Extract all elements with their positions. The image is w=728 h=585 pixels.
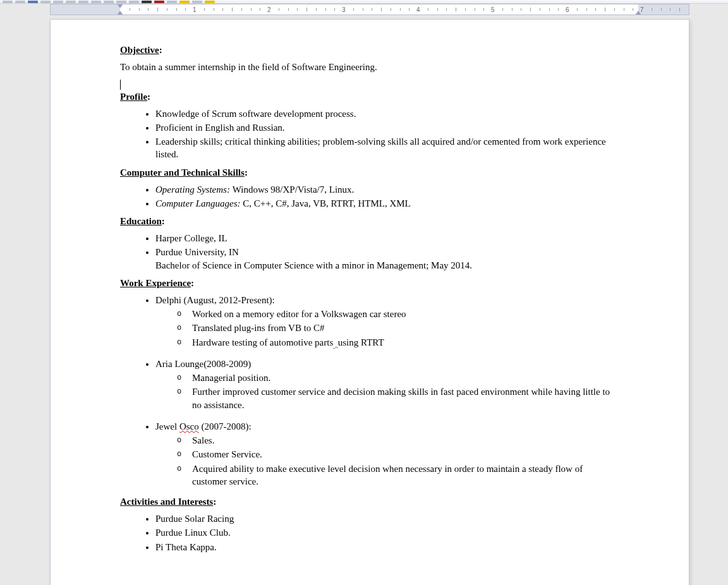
list-item: Computer Languages: C, C++, C#, Java, VB… xyxy=(155,197,619,210)
toolbar-button[interactable] xyxy=(28,1,38,3)
toolbar-button[interactable] xyxy=(66,1,76,3)
list-item: Leadership skills; critical thinking abi… xyxy=(155,135,619,161)
toolbar-button[interactable] xyxy=(91,1,101,3)
work-detail: Managerial position. xyxy=(174,371,619,384)
list-item: Proficient in English and Russian. xyxy=(155,121,619,134)
text-cursor-line xyxy=(120,77,619,90)
toolbar-button[interactable] xyxy=(167,1,177,3)
toolbar-button[interactable] xyxy=(78,1,88,3)
activities-list: Purdue Solar RacingPurdue Linux Club.Pi … xyxy=(120,512,619,553)
toolbar-button[interactable] xyxy=(15,1,25,3)
work-item: Aria Lounge(2008-2009)Managerial positio… xyxy=(155,358,619,411)
list-item: Purdue Linux Club. xyxy=(155,526,619,539)
work-detail: Translated plug-ins from VB to C# xyxy=(174,322,619,334)
toolbar-color-yellow[interactable] xyxy=(205,1,215,3)
list-item: Harper College, IL xyxy=(155,232,619,244)
heading-activities: Activities and Interests: xyxy=(120,497,619,507)
work-detail: Sales. xyxy=(174,434,619,447)
profile-list: Knowledge of Scrum software development … xyxy=(120,107,619,161)
list-item: Operating Systems: Windows 98/XP/Vista/7… xyxy=(155,183,619,196)
heading-education: Education: xyxy=(120,216,619,227)
toolbar-button[interactable] xyxy=(3,1,13,3)
objective-text: To obtain a summer internship in the fie… xyxy=(120,61,619,73)
toolbar-color-red[interactable] xyxy=(154,1,164,3)
education-list: Harper College, ILPurdue University, INB… xyxy=(120,232,619,272)
toolbar-button[interactable] xyxy=(116,1,126,3)
list-item: Purdue University, INBachelor of Science… xyxy=(155,246,619,272)
work-item: Jewel Osco (2007-2008):Sales.Customer Se… xyxy=(155,420,619,488)
work-detail: Worked on a memory editor for a Volkswag… xyxy=(174,308,619,320)
work-item: Delphi (August, 2012-Present):Worked on … xyxy=(155,294,619,349)
toolbar-button[interactable] xyxy=(40,1,51,3)
work-detail: Acquired ability to make executive level… xyxy=(174,462,619,488)
heading-work: Work Experience: xyxy=(120,278,619,289)
heading-skills: Computer and Technical Skills: xyxy=(120,167,619,178)
work-detail: Hardware testing of automotive parts usi… xyxy=(174,336,619,349)
list-item: Purdue Solar Racing xyxy=(155,512,619,525)
text-cursor-icon xyxy=(120,80,121,90)
toolbar-button[interactable] xyxy=(53,1,63,3)
toolbar-button[interactable] xyxy=(104,1,114,3)
toolbar-button[interactable] xyxy=(142,1,152,3)
horizontal-ruler[interactable]: 1234567 xyxy=(50,4,689,15)
list-item: Pi Theta Kappa. xyxy=(155,541,619,553)
toolbar-color-yellow[interactable] xyxy=(179,1,190,3)
work-list: Delphi (August, 2012-Present):Worked on … xyxy=(120,294,619,488)
heading-profile: Profile: xyxy=(120,92,619,102)
toolbar-button[interactable] xyxy=(192,1,202,3)
work-detail: Further improved customer service and de… xyxy=(174,385,619,411)
work-detail: Customer Service. xyxy=(174,448,619,461)
toolbar-button[interactable] xyxy=(129,1,139,3)
list-item: Knowledge of Scrum software development … xyxy=(155,107,619,120)
skills-list: Operating Systems: Windows 98/XP/Vista/7… xyxy=(120,183,619,210)
heading-objective: Objective: xyxy=(120,45,619,56)
document-page[interactable]: Objective: To obtain a summer internship… xyxy=(50,19,689,585)
